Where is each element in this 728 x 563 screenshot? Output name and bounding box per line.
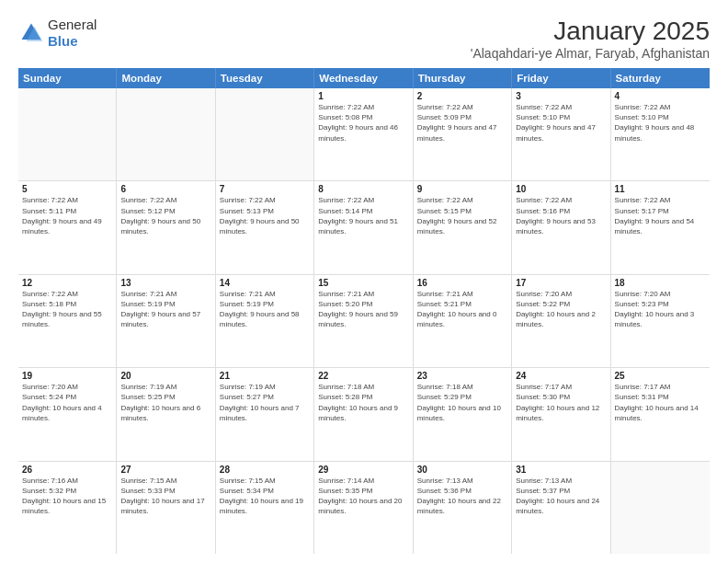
day-info: Sunrise: 7:13 AM Sunset: 5:37 PM Dayligh… <box>516 476 606 517</box>
day-cell-30: 30Sunrise: 7:13 AM Sunset: 5:36 PM Dayli… <box>414 462 512 554</box>
day-info: Sunrise: 7:22 AM Sunset: 5:10 PM Dayligh… <box>615 102 706 144</box>
logo-general: General <box>48 17 97 32</box>
day-info: Sunrise: 7:22 AM Sunset: 5:13 PM Dayligh… <box>220 195 310 236</box>
week-row-4: 19Sunrise: 7:20 AM Sunset: 5:24 PM Dayli… <box>18 368 710 461</box>
logo-text: General Blue <box>48 17 97 50</box>
header: General Blue January 2025 'Alaqahdari-ye… <box>18 17 710 61</box>
month-title: January 2025 <box>471 17 710 46</box>
day-number: 27 <box>120 465 210 475</box>
day-info: Sunrise: 7:21 AM Sunset: 5:19 PM Dayligh… <box>120 289 210 330</box>
day-info: Sunrise: 7:18 AM Sunset: 5:29 PM Dayligh… <box>417 382 507 423</box>
header-day-saturday: Saturday <box>611 68 710 88</box>
day-cell-1: 1Sunrise: 7:22 AM Sunset: 5:08 PM Daylig… <box>314 88 413 180</box>
day-number: 23 <box>417 371 507 381</box>
day-info: Sunrise: 7:21 AM Sunset: 5:19 PM Dayligh… <box>220 289 310 330</box>
day-info: Sunrise: 7:17 AM Sunset: 5:30 PM Dayligh… <box>516 382 606 423</box>
day-cell-16: 16Sunrise: 7:21 AM Sunset: 5:21 PM Dayli… <box>414 275 512 367</box>
logo: General Blue <box>18 17 97 50</box>
day-cell-2: 2Sunrise: 7:22 AM Sunset: 5:09 PM Daylig… <box>414 88 512 180</box>
day-cell-12: 12Sunrise: 7:22 AM Sunset: 5:18 PM Dayli… <box>18 275 117 367</box>
day-cell-7: 7Sunrise: 7:22 AM Sunset: 5:13 PM Daylig… <box>216 181 314 273</box>
day-number: 12 <box>22 278 112 288</box>
day-number: 5 <box>22 184 112 194</box>
day-info: Sunrise: 7:18 AM Sunset: 5:28 PM Dayligh… <box>318 382 408 423</box>
day-cell-29: 29Sunrise: 7:14 AM Sunset: 5:35 PM Dayli… <box>314 462 413 554</box>
page: General Blue January 2025 'Alaqahdari-ye… <box>0 0 728 563</box>
day-info: Sunrise: 7:16 AM Sunset: 5:32 PM Dayligh… <box>22 476 112 517</box>
day-cell-4: 4Sunrise: 7:22 AM Sunset: 5:10 PM Daylig… <box>611 88 710 180</box>
title-block: January 2025 'Alaqahdari-ye Almar, Farya… <box>471 17 710 61</box>
day-info: Sunrise: 7:15 AM Sunset: 5:33 PM Dayligh… <box>120 476 210 517</box>
day-cell-23: 23Sunrise: 7:18 AM Sunset: 5:29 PM Dayli… <box>414 368 512 460</box>
day-number: 8 <box>318 184 408 194</box>
day-info: Sunrise: 7:22 AM Sunset: 5:08 PM Dayligh… <box>318 102 408 144</box>
day-number: 22 <box>318 371 408 381</box>
day-cell-31: 31Sunrise: 7:13 AM Sunset: 5:37 PM Dayli… <box>512 462 610 554</box>
week-row-1: 1Sunrise: 7:22 AM Sunset: 5:08 PM Daylig… <box>18 88 710 181</box>
day-info: Sunrise: 7:19 AM Sunset: 5:27 PM Dayligh… <box>220 382 310 423</box>
day-info: Sunrise: 7:14 AM Sunset: 5:35 PM Dayligh… <box>318 476 408 517</box>
day-cell-13: 13Sunrise: 7:21 AM Sunset: 5:19 PM Dayli… <box>117 275 215 367</box>
header-day-monday: Monday <box>117 68 215 88</box>
day-number: 7 <box>220 184 310 194</box>
day-cell-8: 8Sunrise: 7:22 AM Sunset: 5:14 PM Daylig… <box>314 181 413 273</box>
day-cell-21: 21Sunrise: 7:19 AM Sunset: 5:27 PM Dayli… <box>216 368 314 460</box>
day-info: Sunrise: 7:17 AM Sunset: 5:31 PM Dayligh… <box>615 382 706 423</box>
day-cell-5: 5Sunrise: 7:22 AM Sunset: 5:11 PM Daylig… <box>18 181 117 273</box>
day-info: Sunrise: 7:22 AM Sunset: 5:11 PM Dayligh… <box>22 195 112 236</box>
day-info: Sunrise: 7:22 AM Sunset: 5:16 PM Dayligh… <box>516 195 606 236</box>
day-number: 30 <box>417 465 507 475</box>
day-number: 24 <box>516 371 606 381</box>
day-cell-10: 10Sunrise: 7:22 AM Sunset: 5:16 PM Dayli… <box>512 181 610 273</box>
header-day-friday: Friday <box>512 68 610 88</box>
day-cell-22: 22Sunrise: 7:18 AM Sunset: 5:28 PM Dayli… <box>314 368 413 460</box>
day-cell-9: 9Sunrise: 7:22 AM Sunset: 5:15 PM Daylig… <box>414 181 512 273</box>
day-cell-20: 20Sunrise: 7:19 AM Sunset: 5:25 PM Dayli… <box>117 368 215 460</box>
day-info: Sunrise: 7:19 AM Sunset: 5:25 PM Dayligh… <box>120 382 210 423</box>
header-day-sunday: Sunday <box>18 68 117 88</box>
day-info: Sunrise: 7:22 AM Sunset: 5:12 PM Dayligh… <box>120 195 210 236</box>
day-info: Sunrise: 7:22 AM Sunset: 5:18 PM Dayligh… <box>22 289 112 330</box>
day-cell-11: 11Sunrise: 7:22 AM Sunset: 5:17 PM Dayli… <box>611 181 710 273</box>
day-info: Sunrise: 7:22 AM Sunset: 5:17 PM Dayligh… <box>615 195 706 236</box>
empty-cell <box>117 88 215 180</box>
logo-icon <box>18 20 44 46</box>
day-cell-28: 28Sunrise: 7:15 AM Sunset: 5:34 PM Dayli… <box>216 462 314 554</box>
day-cell-17: 17Sunrise: 7:20 AM Sunset: 5:22 PM Dayli… <box>512 275 610 367</box>
day-info: Sunrise: 7:20 AM Sunset: 5:23 PM Dayligh… <box>615 289 706 330</box>
day-number: 13 <box>120 278 210 288</box>
calendar: SundayMondayTuesdayWednesdayThursdayFrid… <box>18 68 710 554</box>
logo-blue: Blue <box>48 33 78 49</box>
day-number: 6 <box>120 184 210 194</box>
day-info: Sunrise: 7:22 AM Sunset: 5:10 PM Dayligh… <box>516 102 606 144</box>
day-number: 26 <box>22 465 112 475</box>
day-info: Sunrise: 7:15 AM Sunset: 5:34 PM Dayligh… <box>220 476 310 517</box>
day-cell-26: 26Sunrise: 7:16 AM Sunset: 5:32 PM Dayli… <box>18 462 117 554</box>
week-row-5: 26Sunrise: 7:16 AM Sunset: 5:32 PM Dayli… <box>18 462 710 554</box>
day-info: Sunrise: 7:21 AM Sunset: 5:21 PM Dayligh… <box>417 289 507 330</box>
empty-cell <box>18 88 117 180</box>
empty-cell <box>611 462 710 554</box>
header-day-tuesday: Tuesday <box>216 68 314 88</box>
day-number: 3 <box>516 91 606 101</box>
day-number: 19 <box>22 371 112 381</box>
day-number: 31 <box>516 465 606 475</box>
header-day-thursday: Thursday <box>414 68 512 88</box>
day-cell-19: 19Sunrise: 7:20 AM Sunset: 5:24 PM Dayli… <box>18 368 117 460</box>
day-info: Sunrise: 7:20 AM Sunset: 5:22 PM Dayligh… <box>516 289 606 330</box>
day-number: 9 <box>417 184 507 194</box>
day-cell-6: 6Sunrise: 7:22 AM Sunset: 5:12 PM Daylig… <box>117 181 215 273</box>
day-info: Sunrise: 7:20 AM Sunset: 5:24 PM Dayligh… <box>22 382 112 423</box>
empty-cell <box>216 88 314 180</box>
day-number: 15 <box>318 278 408 288</box>
day-cell-25: 25Sunrise: 7:17 AM Sunset: 5:31 PM Dayli… <box>611 368 710 460</box>
day-number: 29 <box>318 465 408 475</box>
day-info: Sunrise: 7:13 AM Sunset: 5:36 PM Dayligh… <box>417 476 507 517</box>
day-number: 17 <box>516 278 606 288</box>
day-number: 4 <box>615 91 706 101</box>
day-number: 25 <box>615 371 706 381</box>
day-cell-15: 15Sunrise: 7:21 AM Sunset: 5:20 PM Dayli… <box>314 275 413 367</box>
day-cell-18: 18Sunrise: 7:20 AM Sunset: 5:23 PM Dayli… <box>611 275 710 367</box>
calendar-header: SundayMondayTuesdayWednesdayThursdayFrid… <box>18 68 710 88</box>
day-cell-27: 27Sunrise: 7:15 AM Sunset: 5:33 PM Dayli… <box>117 462 215 554</box>
